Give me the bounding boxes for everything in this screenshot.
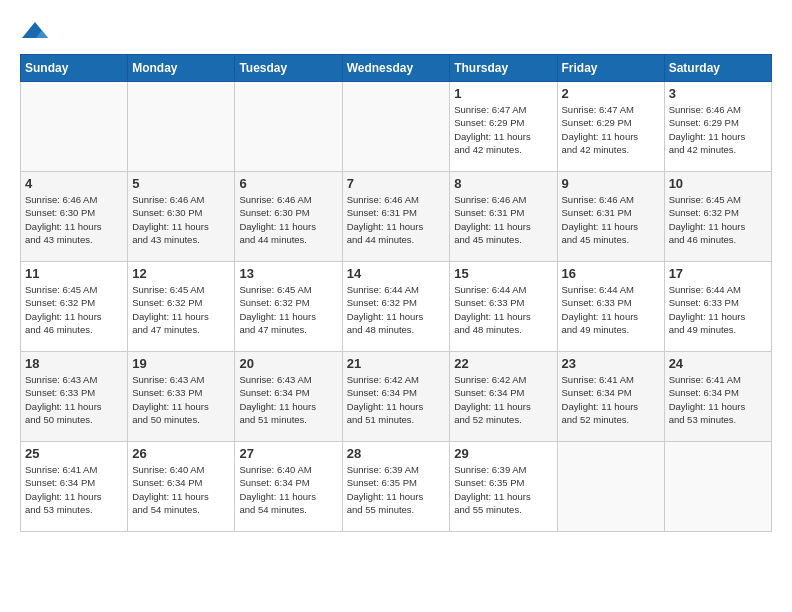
calendar-cell: 9Sunrise: 6:46 AM Sunset: 6:31 PM Daylig… [557, 172, 664, 262]
day-info: Sunrise: 6:45 AM Sunset: 6:32 PM Dayligh… [132, 283, 230, 336]
day-number: 24 [669, 356, 767, 371]
calendar-cell: 27Sunrise: 6:40 AM Sunset: 6:34 PM Dayli… [235, 442, 342, 532]
day-number: 5 [132, 176, 230, 191]
day-info: Sunrise: 6:44 AM Sunset: 6:32 PM Dayligh… [347, 283, 446, 336]
day-info: Sunrise: 6:40 AM Sunset: 6:34 PM Dayligh… [239, 463, 337, 516]
day-info: Sunrise: 6:44 AM Sunset: 6:33 PM Dayligh… [669, 283, 767, 336]
day-number: 29 [454, 446, 552, 461]
day-info: Sunrise: 6:45 AM Sunset: 6:32 PM Dayligh… [669, 193, 767, 246]
day-number: 23 [562, 356, 660, 371]
calendar-cell: 23Sunrise: 6:41 AM Sunset: 6:34 PM Dayli… [557, 352, 664, 442]
day-info: Sunrise: 6:46 AM Sunset: 6:30 PM Dayligh… [132, 193, 230, 246]
day-number: 26 [132, 446, 230, 461]
day-number: 25 [25, 446, 123, 461]
calendar-cell: 28Sunrise: 6:39 AM Sunset: 6:35 PM Dayli… [342, 442, 450, 532]
calendar-cell: 25Sunrise: 6:41 AM Sunset: 6:34 PM Dayli… [21, 442, 128, 532]
day-info: Sunrise: 6:41 AM Sunset: 6:34 PM Dayligh… [562, 373, 660, 426]
day-number: 20 [239, 356, 337, 371]
day-number: 1 [454, 86, 552, 101]
day-number: 11 [25, 266, 123, 281]
day-info: Sunrise: 6:46 AM Sunset: 6:30 PM Dayligh… [25, 193, 123, 246]
calendar-cell: 11Sunrise: 6:45 AM Sunset: 6:32 PM Dayli… [21, 262, 128, 352]
calendar-cell: 15Sunrise: 6:44 AM Sunset: 6:33 PM Dayli… [450, 262, 557, 352]
day-number: 19 [132, 356, 230, 371]
calendar-cell [664, 442, 771, 532]
day-info: Sunrise: 6:45 AM Sunset: 6:32 PM Dayligh… [25, 283, 123, 336]
day-number: 10 [669, 176, 767, 191]
day-info: Sunrise: 6:43 AM Sunset: 6:33 PM Dayligh… [25, 373, 123, 426]
day-info: Sunrise: 6:44 AM Sunset: 6:33 PM Dayligh… [562, 283, 660, 336]
day-number: 15 [454, 266, 552, 281]
day-number: 3 [669, 86, 767, 101]
day-number: 2 [562, 86, 660, 101]
day-number: 28 [347, 446, 446, 461]
calendar-cell: 5Sunrise: 6:46 AM Sunset: 6:30 PM Daylig… [128, 172, 235, 262]
day-number: 7 [347, 176, 446, 191]
weekday-header-sunday: Sunday [21, 55, 128, 82]
weekday-header-friday: Friday [557, 55, 664, 82]
day-number: 16 [562, 266, 660, 281]
calendar-cell: 17Sunrise: 6:44 AM Sunset: 6:33 PM Dayli… [664, 262, 771, 352]
calendar-cell: 26Sunrise: 6:40 AM Sunset: 6:34 PM Dayli… [128, 442, 235, 532]
calendar-cell: 13Sunrise: 6:45 AM Sunset: 6:32 PM Dayli… [235, 262, 342, 352]
calendar: SundayMondayTuesdayWednesdayThursdayFrid… [20, 54, 772, 532]
day-info: Sunrise: 6:47 AM Sunset: 6:29 PM Dayligh… [454, 103, 552, 156]
day-info: Sunrise: 6:43 AM Sunset: 6:34 PM Dayligh… [239, 373, 337, 426]
page-header [20, 20, 772, 44]
calendar-cell: 10Sunrise: 6:45 AM Sunset: 6:32 PM Dayli… [664, 172, 771, 262]
weekday-header-thursday: Thursday [450, 55, 557, 82]
day-number: 6 [239, 176, 337, 191]
day-info: Sunrise: 6:46 AM Sunset: 6:29 PM Dayligh… [669, 103, 767, 156]
day-number: 22 [454, 356, 552, 371]
calendar-cell: 16Sunrise: 6:44 AM Sunset: 6:33 PM Dayli… [557, 262, 664, 352]
day-number: 27 [239, 446, 337, 461]
calendar-cell: 8Sunrise: 6:46 AM Sunset: 6:31 PM Daylig… [450, 172, 557, 262]
weekday-header-tuesday: Tuesday [235, 55, 342, 82]
day-number: 9 [562, 176, 660, 191]
day-number: 13 [239, 266, 337, 281]
calendar-cell [21, 82, 128, 172]
calendar-cell: 2Sunrise: 6:47 AM Sunset: 6:29 PM Daylig… [557, 82, 664, 172]
day-number: 18 [25, 356, 123, 371]
calendar-cell [557, 442, 664, 532]
calendar-cell [342, 82, 450, 172]
day-info: Sunrise: 6:46 AM Sunset: 6:31 PM Dayligh… [347, 193, 446, 246]
calendar-cell: 4Sunrise: 6:46 AM Sunset: 6:30 PM Daylig… [21, 172, 128, 262]
day-info: Sunrise: 6:47 AM Sunset: 6:29 PM Dayligh… [562, 103, 660, 156]
day-info: Sunrise: 6:45 AM Sunset: 6:32 PM Dayligh… [239, 283, 337, 336]
calendar-cell: 7Sunrise: 6:46 AM Sunset: 6:31 PM Daylig… [342, 172, 450, 262]
calendar-cell: 21Sunrise: 6:42 AM Sunset: 6:34 PM Dayli… [342, 352, 450, 442]
logo-icon [20, 20, 50, 44]
day-number: 21 [347, 356, 446, 371]
day-info: Sunrise: 6:39 AM Sunset: 6:35 PM Dayligh… [454, 463, 552, 516]
calendar-cell: 29Sunrise: 6:39 AM Sunset: 6:35 PM Dayli… [450, 442, 557, 532]
calendar-cell [128, 82, 235, 172]
day-info: Sunrise: 6:46 AM Sunset: 6:30 PM Dayligh… [239, 193, 337, 246]
day-info: Sunrise: 6:41 AM Sunset: 6:34 PM Dayligh… [25, 463, 123, 516]
day-info: Sunrise: 6:43 AM Sunset: 6:33 PM Dayligh… [132, 373, 230, 426]
day-info: Sunrise: 6:40 AM Sunset: 6:34 PM Dayligh… [132, 463, 230, 516]
day-info: Sunrise: 6:46 AM Sunset: 6:31 PM Dayligh… [562, 193, 660, 246]
calendar-cell: 19Sunrise: 6:43 AM Sunset: 6:33 PM Dayli… [128, 352, 235, 442]
weekday-header-wednesday: Wednesday [342, 55, 450, 82]
logo [20, 20, 54, 44]
day-number: 4 [25, 176, 123, 191]
calendar-cell: 20Sunrise: 6:43 AM Sunset: 6:34 PM Dayli… [235, 352, 342, 442]
calendar-cell: 18Sunrise: 6:43 AM Sunset: 6:33 PM Dayli… [21, 352, 128, 442]
calendar-cell: 24Sunrise: 6:41 AM Sunset: 6:34 PM Dayli… [664, 352, 771, 442]
calendar-cell: 1Sunrise: 6:47 AM Sunset: 6:29 PM Daylig… [450, 82, 557, 172]
calendar-cell: 12Sunrise: 6:45 AM Sunset: 6:32 PM Dayli… [128, 262, 235, 352]
day-number: 12 [132, 266, 230, 281]
weekday-header-saturday: Saturday [664, 55, 771, 82]
day-number: 14 [347, 266, 446, 281]
day-info: Sunrise: 6:41 AM Sunset: 6:34 PM Dayligh… [669, 373, 767, 426]
day-info: Sunrise: 6:44 AM Sunset: 6:33 PM Dayligh… [454, 283, 552, 336]
day-info: Sunrise: 6:42 AM Sunset: 6:34 PM Dayligh… [454, 373, 552, 426]
calendar-cell [235, 82, 342, 172]
day-number: 8 [454, 176, 552, 191]
calendar-cell: 3Sunrise: 6:46 AM Sunset: 6:29 PM Daylig… [664, 82, 771, 172]
day-number: 17 [669, 266, 767, 281]
day-info: Sunrise: 6:42 AM Sunset: 6:34 PM Dayligh… [347, 373, 446, 426]
weekday-header-monday: Monday [128, 55, 235, 82]
calendar-cell: 22Sunrise: 6:42 AM Sunset: 6:34 PM Dayli… [450, 352, 557, 442]
